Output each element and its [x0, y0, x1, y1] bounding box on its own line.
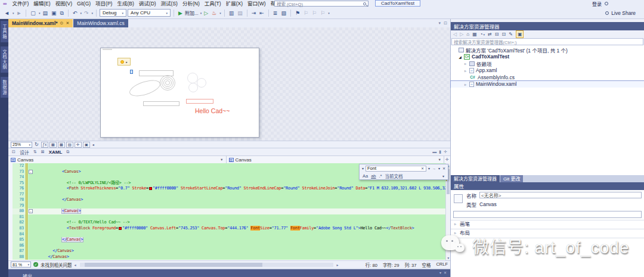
save-all-icon[interactable]: ⧉ — [58, 8, 64, 18]
new-project-icon[interactable]: ▢ — [29, 8, 37, 18]
menu-item[interactable]: 项目(P) — [93, 0, 114, 7]
scrollbar-thumb[interactable] — [85, 263, 262, 267]
menu-item[interactable]: 编辑(E) — [31, 0, 52, 7]
tree-item-mainwindow-xaml[interactable]: ▹‹›MainWindow.xaml — [451, 81, 644, 88]
open-file-icon[interactable]: ▤ — [41, 8, 49, 18]
side-tab-2[interactable]: 数据源 — [1, 77, 8, 98]
close-icon[interactable]: ✕ — [66, 21, 69, 26]
tree-item-app-xaml[interactable]: ▹‹›App.xaml — [451, 67, 644, 74]
cad-ellipse-shape[interactable] — [128, 77, 162, 99]
regex-toggle[interactable]: .* — [379, 173, 382, 179]
code-line[interactable]: 86 — [8, 243, 450, 249]
side-tab-0[interactable]: 工具箱 — [1, 21, 8, 42]
pin-icon[interactable]: ⊙ — [60, 21, 64, 26]
bookmark-icon[interactable]: ⚑ — [294, 8, 301, 18]
code-line[interactable]: 82 <!-- 0/TEXT/Hello Cad~~ --> — [8, 220, 450, 226]
menu-item[interactable]: 视图(V) — [53, 0, 75, 7]
block-comment-icon[interactable]: ▧ — [280, 8, 287, 18]
design-view-tab[interactable]: 设计 — [20, 149, 29, 155]
tree-expander-icon[interactable]: ▹ — [463, 61, 467, 66]
menu-item[interactable]: 调试(D) — [137, 0, 159, 7]
collapse-all-icon[interactable]: ⊟ — [495, 31, 499, 38]
find-options-icon[interactable]: ▾ — [438, 166, 441, 170]
live-share-button[interactable]: Live Share — [605, 10, 636, 16]
horizontal-scrollbar[interactable] — [80, 263, 333, 267]
tab-mainwindow-xaml[interactable]: MainWindow.xaml* ⊙ ✕ — [8, 19, 73, 27]
tree-expander-icon[interactable]: ▹ — [463, 69, 467, 73]
forward-icon[interactable]: ▷ — [460, 31, 463, 38]
menu-item[interactable]: 窗口(W) — [245, 0, 268, 7]
tree-item--cadtoxamltest-1-1-[interactable]: 解决方案 'CadToXamlTest' (1 个项目, 共 1 个) — [451, 46, 644, 54]
snap-dots-icon[interactable]: ▨ — [66, 142, 73, 148]
splitter-grip-icon[interactable]: ✛ — [444, 156, 450, 163]
tab-git-changes[interactable]: Git 更改 — [500, 175, 523, 182]
scroll-left-icon[interactable]: ◂ — [75, 263, 76, 267]
tree-item--[interactable]: ▹依赖项 — [451, 60, 644, 67]
sign-in-button[interactable]: 登录 — [592, 1, 602, 7]
back-icon[interactable]: ◁ — [453, 31, 457, 38]
chevron-down-icon[interactable]: ▼ — [220, 158, 223, 161]
clear-bookmarks-icon[interactable]: ⚐ — [319, 8, 326, 18]
line-tools-icon[interactable]: ≣ — [272, 8, 279, 18]
solution-search-box[interactable]: 搜索解决方案资源管理器(Ctrl+;) — [451, 38, 643, 45]
breadcrumb-right[interactable]: ⊞ Canvas ▼ — [227, 156, 445, 163]
code-line[interactable]: 75 <!-- 0/LWPOLYLINE/<路径> --> — [8, 180, 450, 186]
menu-item[interactable]: 分析(N) — [180, 0, 202, 7]
sync-with-active-document-icon[interactable]: ⇄ — [488, 31, 492, 38]
close-find-icon[interactable]: ✕ — [442, 166, 446, 170]
menu-item[interactable]: 文件(F) — [10, 0, 31, 7]
redo-icon[interactable]: ↷ — [83, 8, 90, 18]
menu-item[interactable]: 生成(B) — [114, 0, 136, 7]
close-icon[interactable]: ✕ — [444, 270, 447, 275]
name-field[interactable] — [479, 192, 642, 198]
show-grid-icon[interactable]: ▦ — [49, 142, 57, 148]
attach-button[interactable]: 附加... — [185, 10, 199, 16]
menu-item[interactable]: 工具(T) — [202, 0, 224, 7]
properties-titlebar[interactable]: 属性 — [451, 182, 644, 190]
hot-reload-icon[interactable]: ♨ — [210, 8, 218, 18]
window-position-icon[interactable]: ▾ — [439, 270, 441, 275]
menu-item[interactable]: Git(G) — [75, 0, 93, 7]
whole-word-toggle[interactable]: ab — [371, 173, 376, 179]
popout-icon[interactable]: ⧉ — [66, 150, 69, 154]
code-line[interactable]: 77 — [8, 192, 450, 198]
menu-item[interactable]: 扩展(X) — [224, 0, 245, 7]
next-bookmark-icon[interactable]: ⚐ — [311, 8, 318, 18]
properties-search-box[interactable] — [453, 211, 642, 218]
clear-search-icon[interactable]: ✕ — [420, 166, 425, 170]
match-case-toggle[interactable]: Aa — [363, 173, 368, 179]
section-partial[interactable]: ▹ — [451, 238, 644, 245]
scope-dropdown-icon[interactable]: ▾ — [442, 174, 445, 178]
nav-back-icon[interactable]: ◄ — [3, 8, 11, 18]
code-line[interactable]: 81 — [8, 214, 450, 220]
side-tab-1[interactable]: 文档大纲 — [1, 46, 8, 73]
home-icon[interactable]: ⌂ — [466, 31, 469, 38]
tab-list-dropdown-icon[interactable]: ▾ — [439, 21, 441, 26]
editor-zoom-select[interactable]: 81 %▾ — [11, 262, 31, 267]
properties-icon[interactable]: ⊡ — [501, 31, 506, 38]
find-input[interactable]: Font ✕ — [366, 166, 426, 172]
preview-selected-items-icon[interactable]: ▣ — [516, 30, 524, 38]
menu-item[interactable]: 测试(S) — [159, 0, 180, 7]
prev-bookmark-icon[interactable]: ⚐ — [302, 8, 309, 18]
solution-explorer-titlebar[interactable]: 解决方案资源管理器 — [451, 22, 644, 30]
code-line[interactable]: 88 </Canvas> — [8, 254, 450, 260]
tree-expander-icon[interactable]: ▹ — [463, 82, 467, 86]
platform-select[interactable]: Any CPU▾ — [128, 9, 171, 17]
tree-expander-icon[interactable]: ◢ — [458, 55, 462, 59]
code-line[interactable]: 76 <Path StrokeThickness="0.7" Stroke="#… — [8, 186, 450, 192]
find-scope-select[interactable]: 当前文档 — [385, 173, 403, 179]
start-debug-icon[interactable]: ▶ — [177, 8, 184, 18]
tree-item-cadtoxamltest[interactable]: ◢C#CadToXamlTest — [451, 54, 644, 61]
xaml-code-editor[interactable]: 7273- <Canvas>7475 <!-- 0/LWPOLYLINE/<路径… — [8, 163, 450, 260]
section-layout[interactable]: ▹ 布局 — [451, 229, 644, 236]
guides-icon[interactable]: ✛ — [75, 142, 82, 148]
tab-mainwindow-xaml-cs[interactable]: MainWindow.xaml.cs — [73, 19, 128, 27]
line-ending[interactable]: CRLF — [436, 262, 448, 268]
collapse-pane-icon[interactable]: ✛ — [444, 150, 447, 154]
fold-collapse-icon[interactable]: - — [29, 170, 33, 174]
code-line[interactable]: 83 <TextBlock Foreground="#ffff0000" Can… — [8, 226, 450, 232]
code-line[interactable]: 78 </Canvas> — [8, 197, 450, 203]
debug-config-select[interactable]: Debug▾ — [100, 9, 126, 17]
tree-item-assemblyinfo-cs[interactable]: C#AssemblyInfo.cs — [451, 74, 644, 81]
